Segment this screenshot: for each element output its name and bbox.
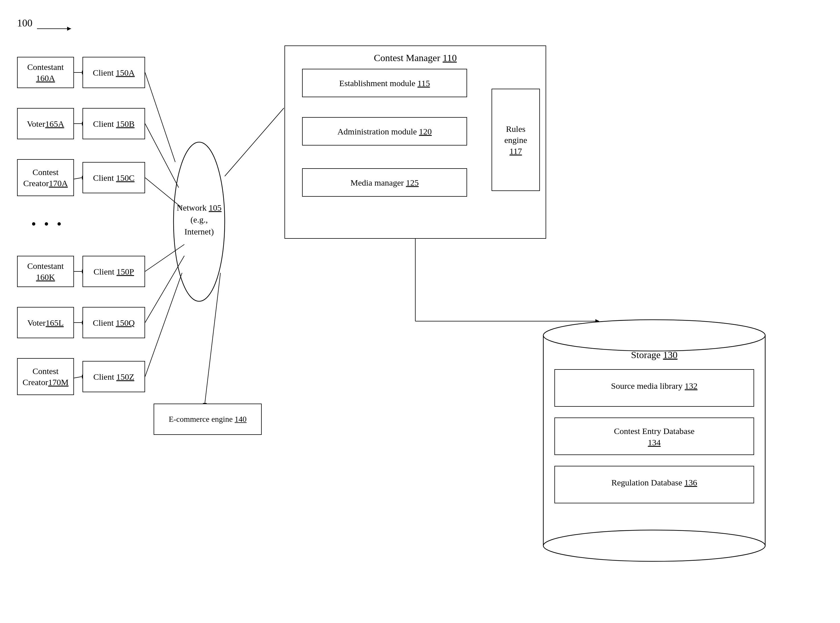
svg-line-4: [145, 244, 184, 272]
svg-line-20: [205, 273, 220, 404]
svg-line-5: [145, 256, 184, 322]
svg-text:Regulation Database 136: Regulation Database 136: [611, 478, 697, 487]
svg-line-6: [145, 273, 182, 377]
creator-a-label: ContestCreator170A: [23, 167, 68, 189]
ellipsis-dots: • • •: [31, 216, 64, 232]
ref-label: 100: [17, 17, 32, 29]
storage-container: Storage 130 Source media library 132 Con…: [526, 313, 788, 564]
contestant-k-label: Contestant160K: [27, 260, 64, 282]
svg-line-19: [225, 108, 284, 176]
client-150b-label: Client 150B: [93, 118, 135, 129]
voter-a-box: Voter165A: [17, 108, 74, 139]
ecommerce-label: E-commerce engine 140: [169, 414, 247, 424]
network-label: Network 105(e.g.,Internet): [176, 202, 222, 238]
client-150a-box: Client 150A: [83, 57, 145, 88]
creator-m-label: ContestCreator170M: [23, 365, 69, 388]
diagram: 100: [0, 0, 840, 623]
contest-manager-title: Contest Manager 110: [285, 52, 546, 64]
svg-text:Storage 130: Storage 130: [631, 350, 677, 360]
svg-line-2: [145, 124, 178, 187]
client-150b-box: Client 150B: [83, 108, 145, 139]
client-150z-box: Client 150Z: [83, 361, 145, 392]
creator-m-box: ContestCreator170M: [17, 358, 74, 395]
administration-module-box: Administration module 120: [302, 117, 467, 146]
contestant-k-box: Contestant160K: [17, 256, 74, 287]
client-150z-label: Client 150Z: [93, 371, 134, 382]
svg-line-3: [145, 178, 182, 207]
contest-manager-box: Contest Manager 110 Establishment module…: [285, 46, 546, 239]
contestant-a-box: Contestant160A: [17, 57, 74, 88]
voter-l-label: Voter165L: [27, 317, 64, 328]
establishment-label: Establishment module 115: [339, 78, 430, 89]
svg-point-27: [543, 530, 765, 561]
creator-a-box: ContestCreator170A: [17, 159, 74, 196]
media-manager-label: Media manager 125: [351, 177, 419, 188]
establishment-module-box: Establishment module 115: [302, 69, 467, 97]
svg-text:134: 134: [648, 438, 661, 447]
svg-rect-31: [555, 418, 754, 455]
voter-l-box: Voter165L: [17, 307, 74, 338]
svg-text:Source media library 132: Source media library 132: [611, 381, 697, 391]
ref-arrow: [37, 28, 71, 29]
svg-line-1: [145, 72, 175, 162]
voter-a-label: Voter165A: [27, 118, 64, 129]
svg-line-17: [74, 377, 82, 378]
client-150q-label: Client 150Q: [93, 317, 135, 328]
client-150a-label: Client 150A: [93, 67, 135, 78]
contestant-a-label: Contestant160A: [27, 61, 64, 84]
ecommerce-box: E-commerce engine 140: [154, 404, 262, 435]
rules-engine-label: Rulesengine117: [505, 123, 527, 157]
svg-text:Contest Entry Database: Contest Entry Database: [614, 426, 694, 436]
client-150p-box: Client 150P: [83, 256, 145, 287]
administration-label: Administration module 120: [337, 126, 432, 137]
media-manager-box: Media manager 125: [302, 168, 467, 197]
svg-line-11: [74, 178, 82, 179]
client-150c-box: Client 150C: [83, 162, 145, 193]
storage-cylinder-svg: Storage 130 Source media library 132 Con…: [526, 313, 782, 563]
rules-engine-box: Rulesengine117: [492, 89, 540, 191]
client-150c-label: Client 150C: [93, 172, 135, 183]
client-150q-box: Client 150Q: [83, 307, 145, 338]
svg-point-26: [543, 320, 765, 351]
client-150p-label: Client 150P: [94, 266, 134, 277]
